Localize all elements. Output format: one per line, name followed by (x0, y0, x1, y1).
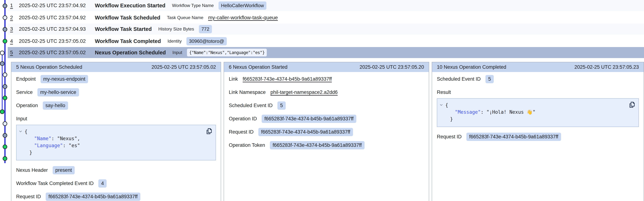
event-attribute-code-badge: {"Name":"Nexus","Language":"es"} (187, 49, 267, 56)
timeline-event-dot[interactable] (3, 27, 7, 32)
timeline-event-dot[interactable] (3, 39, 7, 43)
event-title: Workflow Task Scheduled (95, 15, 160, 21)
detail-field: Servicemy-hello-service (16, 88, 216, 96)
event-row[interactable]: 32025-02-25 UTC 23:57:04.93Workflow Task… (8, 24, 644, 35)
event-timestamp: 2025-02-25 UTC 23:57:05.02 (19, 50, 89, 56)
detail-field-badge: f665283f-743e-4374-b45b-9a61a89337ff (466, 133, 561, 141)
detail-field-badge: f665283f-743e-4374-b45b-9a61a89337ff (258, 128, 353, 136)
detail-field-label: Request ID (229, 129, 254, 135)
event-id-link[interactable]: 5 (10, 50, 18, 56)
detail-field: Input (16, 114, 216, 123)
json-text: "Nexus", (57, 136, 80, 141)
copy-button[interactable] (205, 128, 213, 135)
panel-title: 5 Nexus Operation Scheduled (16, 64, 82, 70)
panel-timestamp: 2025-02-25 UTC 23:57:05.02 (152, 64, 216, 70)
detail-field-label: Scheduled Event ID (437, 76, 481, 82)
event-attribute-badge: HelloCallerWorkflow (218, 2, 266, 10)
json-code-line: { (19, 128, 203, 135)
json-collapse-toggle[interactable] (440, 102, 444, 109)
detail-field-badge: present (53, 166, 75, 174)
detail-field: Operationsay-hello (16, 101, 216, 110)
event-detail-panel-header: 10 Nexus Operation Completed2025-02-25 U… (432, 62, 644, 72)
detail-field: Scheduled Event ID5 (437, 75, 639, 83)
detail-field-label: Operation (16, 103, 38, 108)
detail-field-badge: 4 (98, 179, 106, 187)
panel-title: 10 Nexus Operation Completed (437, 64, 506, 70)
detail-field-badge: f665283f-743e-4374-b45b-9a61a89337ff (270, 141, 364, 149)
event-detail-panel-body: Scheduled Event ID5Result{"Message": "¡H… (432, 72, 644, 141)
event-detail-panel-body: Linkf665283f-743e-4374-b45b-9a61a89337ff… (224, 72, 429, 149)
event-attribute-label: Workflow Type Name (172, 3, 214, 8)
json-key: "Language" (34, 143, 63, 148)
json-text: : (481, 109, 486, 115)
copy-button[interactable] (628, 101, 636, 109)
event-id-link[interactable]: 3 (10, 26, 18, 32)
detail-field-label: Link (229, 76, 238, 82)
detail-field-label: Nexus Header (16, 167, 48, 173)
detail-field: Request IDf665283f-743e-4374-b45b-9a61a8… (437, 132, 639, 141)
event-row[interactable]: 42025-02-25 UTC 23:57:05.02Workflow Task… (8, 35, 644, 47)
timeline-event-dot[interactable] (3, 73, 7, 77)
timeline-event-dot[interactable] (3, 96, 7, 100)
detail-field: Workflow Task Completed Event ID4 (16, 179, 216, 187)
detail-field: Request IDf665283f-743e-4374-b45b-9a61a8… (229, 128, 424, 136)
timeline-event-dot[interactable] (0, 62, 4, 66)
event-detail-panel: 10 Nexus Operation Completed2025-02-25 U… (432, 62, 644, 201)
timeline-event-dot[interactable] (3, 122, 7, 126)
detail-field-label: Input (16, 116, 27, 122)
json-code-block: {"Message": "¡Hola! Nexus 👋"} (437, 98, 639, 127)
json-text: "¡Hola! Nexus 👋" (486, 109, 536, 115)
detail-field-label: Endpoint (16, 76, 36, 82)
json-collapse-toggle[interactable] (19, 128, 24, 135)
timeline-event-dot[interactable] (3, 156, 7, 161)
event-attribute-link[interactable]: my-caller-workflow-task-queue (208, 15, 278, 21)
json-code-line: { (440, 102, 626, 109)
detail-field: Result (437, 88, 639, 96)
json-code-line: } (440, 116, 626, 123)
detail-field-link[interactable]: phil-target-namespace2.a2dd6 (270, 89, 338, 95)
detail-field: Endpointmy-nexus-endpoint (16, 75, 216, 83)
json-text: "es" (68, 143, 80, 148)
json-code-line: "Message": "¡Hola! Nexus 👋" (440, 109, 626, 116)
json-text: } (29, 150, 32, 155)
event-id-link[interactable]: 4 (10, 38, 18, 44)
event-title: Workflow Execution Started (95, 3, 166, 9)
json-text: : (51, 136, 57, 141)
detail-field-label: Request ID (16, 194, 41, 199)
timeline-event-dot[interactable] (3, 16, 7, 20)
event-row[interactable]: 52025-02-25 UTC 23:57:05.02Nexus Operati… (8, 47, 644, 59)
detail-field: Request IDf665283f-743e-4374-b45b-9a61a8… (16, 192, 216, 201)
json-code-line: } (19, 149, 203, 156)
timeline-event-dot[interactable] (3, 145, 7, 149)
detail-field-link[interactable]: f665283f-743e-4374-b45b-9a61a89337ff (243, 76, 332, 82)
event-id-link[interactable]: 1 (10, 3, 18, 9)
event-attribute-label: History Size Bytes (158, 27, 194, 32)
event-row[interactable]: 12025-02-25 UTC 23:57:04.92Workflow Exec… (8, 0, 644, 12)
detail-field: Operation IDf665283f-743e-4374-b45b-9a61… (229, 114, 424, 123)
timeline-event-dot[interactable] (0, 110, 4, 114)
detail-field-label: Scheduled Event ID (229, 103, 273, 108)
event-detail-panel-body: Endpointmy-nexus-endpointServicemy-hello… (12, 72, 221, 201)
detail-field-badge: my-hello-service (38, 88, 79, 96)
event-title: Nexus Operation Scheduled (95, 50, 166, 56)
event-id-link[interactable]: 2 (10, 15, 18, 21)
timeline-event-dot[interactable] (3, 85, 7, 89)
event-detail-panel: 5 Nexus Operation Scheduled2025-02-25 UT… (11, 62, 221, 201)
detail-field-label: Service (16, 89, 33, 95)
event-attribute-badge: 30960@totoro@ (186, 37, 227, 45)
json-text: } (450, 116, 453, 122)
panel-title: 6 Nexus Operation Started (229, 64, 288, 70)
detail-field: Nexus Headerpresent (16, 166, 216, 174)
timeline-event-dot[interactable] (3, 4, 7, 8)
panel-timestamp: 2025-02-25 UTC 23:57:05.23 (574, 64, 639, 70)
detail-field: Link Namespacephil-target-namespace2.a2d… (229, 88, 424, 96)
json-text: : (63, 143, 68, 148)
detail-field-badge: 5 (278, 101, 286, 110)
event-title: Workflow Task Completed (95, 38, 161, 44)
timeline-event-dot[interactable] (3, 133, 7, 137)
chevron-down-icon (440, 103, 443, 107)
detail-field-label: Operation Token (229, 142, 265, 148)
timeline-event-dot[interactable] (0, 51, 4, 55)
json-code-line: "Name": "Nexus", (19, 135, 203, 142)
event-row[interactable]: 22025-02-25 UTC 23:57:04.92Workflow Task… (8, 12, 644, 24)
